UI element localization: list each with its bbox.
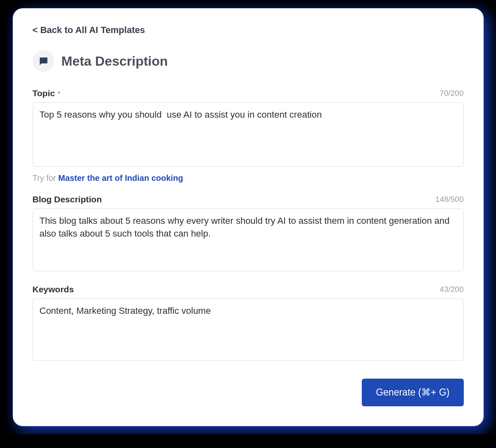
required-indicator: * (56, 90, 60, 97)
keywords-char-count: 43/200 (439, 285, 463, 294)
topic-field-group: Topic * 70/200 Try for Master the art of… (33, 88, 464, 183)
topic-label: Topic (33, 88, 55, 98)
title-row: Meta Description (33, 50, 464, 72)
back-link[interactable]: < Back to All AI Templates (33, 25, 145, 36)
blog-field-group: Blog Description 148/500 (33, 194, 464, 273)
keywords-input[interactable] (33, 299, 464, 360)
chat-icon (33, 50, 54, 72)
blog-description-input[interactable] (33, 209, 464, 271)
blog-label: Blog Description (33, 194, 102, 204)
generate-button[interactable]: Generate (⌘+ G) (362, 379, 463, 406)
try-for-prefix: Try for (33, 173, 59, 183)
try-for-hint: Try for Master the art of Indian cooking (33, 173, 464, 183)
topic-input[interactable] (33, 102, 464, 167)
try-for-link[interactable]: Master the art of Indian cooking (58, 173, 183, 183)
label-row: Topic * 70/200 (33, 88, 464, 98)
blog-char-count: 148/500 (435, 195, 464, 204)
keywords-field-group: Keywords 43/200 (33, 284, 464, 362)
action-row: Generate (⌘+ G) (33, 379, 464, 406)
label-row: Keywords 43/200 (33, 284, 464, 294)
page-title: Meta Description (62, 54, 168, 69)
keywords-label: Keywords (33, 284, 74, 294)
form-card: < Back to All AI Templates Meta Descript… (13, 8, 484, 426)
topic-char-count: 70/200 (439, 89, 463, 98)
label-row: Blog Description 148/500 (33, 194, 464, 204)
